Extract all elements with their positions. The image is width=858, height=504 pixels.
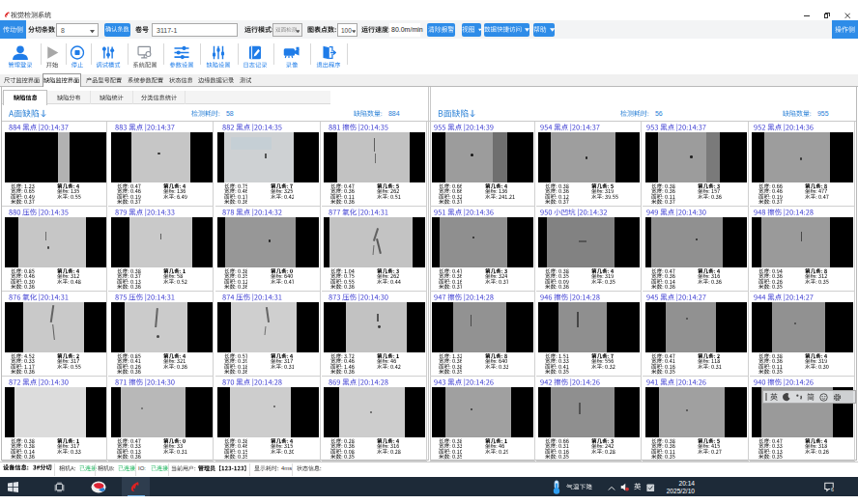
svg-text:6: 6 bbox=[831, 487, 834, 492]
